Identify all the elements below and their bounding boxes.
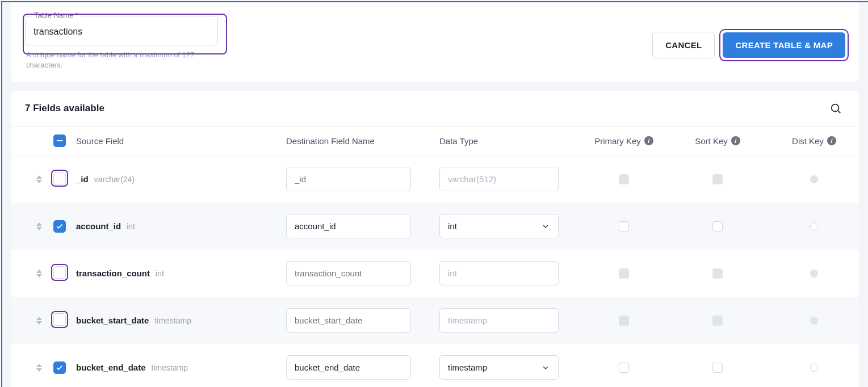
key-indicator-disabled: [619, 174, 629, 184]
source-field-name: bucket_start_date: [76, 316, 149, 325]
table-name-field: Table Name *: [25, 16, 218, 45]
key-checkbox[interactable]: [619, 363, 629, 373]
th-source-label: Source Field: [76, 136, 286, 146]
data-type-value: timestamp: [448, 363, 487, 372]
row-checkbox[interactable]: [53, 313, 66, 326]
row-checkbox[interactable]: [53, 266, 66, 279]
fields-table-header-row: Source Field Destination Field Name Data…: [11, 127, 859, 155]
chevron-down-icon: [541, 222, 550, 231]
drag-handle[interactable]: [25, 317, 53, 325]
svg-point-0: [832, 104, 839, 112]
row-checkbox[interactable]: [53, 361, 66, 374]
th-primary-key: Primary Key i: [576, 136, 672, 146]
source-field-type: timestamp: [154, 316, 191, 325]
source-field: transaction_countint: [76, 268, 286, 278]
th-source-field: [53, 134, 76, 147]
create-table-and-map-button[interactable]: CREATE TABLE & MAP: [723, 32, 845, 58]
header-actions: CANCEL CREATE TABLE & MAP: [652, 32, 845, 58]
source-field-name: _id: [76, 174, 89, 184]
fields-rows: _idvarchar(24)varchar(512)account_idinti…: [11, 155, 859, 387]
field-row: _idvarchar(24)varchar(512): [11, 155, 859, 203]
search-icon[interactable]: [829, 102, 842, 115]
key-radio[interactable]: [810, 364, 818, 372]
source-field-name: bucket_end_date: [76, 363, 146, 372]
info-icon[interactable]: i: [731, 136, 740, 145]
table-name-label: Table Name *: [32, 11, 81, 19]
source-field-type: varchar(24): [94, 175, 135, 184]
th-dtype: Data Type: [439, 136, 576, 146]
destination-field-input: [286, 167, 411, 191]
source-field-name: account_id: [76, 221, 121, 231]
info-icon[interactable]: i: [827, 136, 836, 145]
drag-handle[interactable]: [25, 175, 53, 183]
data-type-value: int: [448, 221, 457, 231]
key-indicator-disabled: [712, 268, 723, 279]
field-row: bucket_end_datetimestamptimestamp: [11, 344, 859, 387]
chevron-down-icon: [541, 363, 550, 372]
master-checkbox-indeterminate[interactable]: [53, 134, 66, 147]
th-sort-key: Sort Key i: [672, 136, 763, 146]
table-name-helper: A unique name for the table with a maxim…: [25, 50, 207, 70]
data-type-select[interactable]: int: [439, 214, 559, 238]
data-type-select: int: [439, 261, 559, 285]
key-indicator-disabled: [712, 316, 723, 326]
row-checkbox[interactable]: [53, 172, 66, 184]
table-name-input[interactable]: [25, 16, 218, 45]
destination-field-input: [286, 261, 411, 285]
cancel-button[interactable]: CANCEL: [652, 32, 715, 58]
key-indicator-disabled: [712, 174, 723, 184]
app-frame: Table Name * A unique name for the table…: [1, 1, 868, 387]
key-radio[interactable]: [810, 222, 818, 230]
row-checkbox[interactable]: [53, 220, 66, 233]
source-field: _idvarchar(24): [76, 174, 286, 184]
source-field-type: timestamp: [152, 363, 188, 372]
drag-handle[interactable]: [25, 222, 53, 230]
destination-field-input[interactable]: [286, 355, 411, 380]
key-checkbox[interactable]: [712, 221, 723, 232]
create-button-wrap: CREATE TABLE & MAP: [723, 32, 845, 58]
key-indicator-disabled: [619, 268, 629, 279]
source-field-name: transaction_count: [76, 268, 150, 278]
data-type-select: timestamp: [439, 308, 559, 333]
drag-handle[interactable]: [25, 364, 53, 372]
key-radio-disabled: [810, 175, 818, 183]
data-type-select: varchar(512): [439, 167, 559, 191]
source-field: bucket_end_datetimestamp: [76, 363, 286, 372]
data-type-select[interactable]: timestamp: [439, 355, 559, 380]
field-row: bucket_start_datetimestamptimestamp: [11, 297, 859, 344]
data-type-value: timestamp: [448, 316, 487, 325]
th-dest: Destination Field Name: [286, 136, 439, 146]
data-type-value: int: [448, 268, 457, 278]
fields-card: 7 Fields available Source Field Destinat…: [11, 91, 859, 387]
drag-handle[interactable]: [25, 270, 53, 277]
source-field-type: int: [156, 269, 164, 278]
key-checkbox[interactable]: [712, 363, 723, 373]
destination-field-input[interactable]: [286, 214, 411, 238]
source-field-type: int: [127, 222, 135, 231]
key-checkbox[interactable]: [619, 221, 629, 232]
key-radio-disabled: [810, 270, 818, 277]
table-name-field-wrap: Table Name * A unique name for the table…: [25, 16, 218, 70]
field-row: account_idintint: [11, 203, 859, 250]
fields-header: 7 Fields available: [11, 91, 859, 127]
th-dist-key: Dist Key i: [763, 136, 859, 146]
source-field: bucket_start_datetimestamp: [76, 316, 286, 325]
key-radio-disabled: [810, 317, 818, 325]
field-row: transaction_countintint: [11, 250, 859, 297]
destination-field-input: [286, 308, 411, 333]
key-indicator-disabled: [619, 316, 629, 326]
source-field: account_idint: [76, 221, 286, 231]
fields-title: 7 Fields available: [25, 103, 104, 114]
create-table-header-card: Table Name * A unique name for the table…: [11, 2, 859, 82]
data-type-value: varchar(512): [448, 174, 496, 184]
svg-rect-2: [57, 140, 62, 141]
svg-line-1: [838, 111, 840, 113]
info-icon[interactable]: i: [644, 136, 653, 145]
